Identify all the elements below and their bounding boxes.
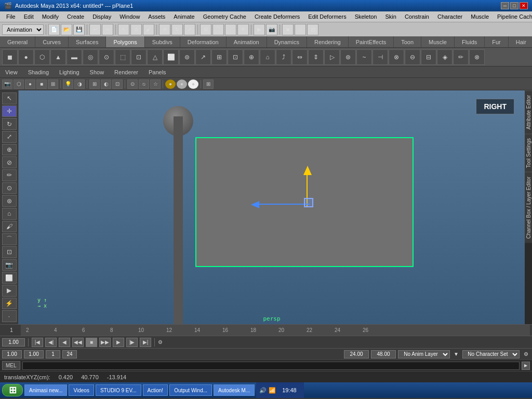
pb-next-key[interactable]: |▶ xyxy=(126,338,138,347)
vtb-lights[interactable]: 💡 xyxy=(63,79,73,89)
tool-region[interactable]: ⬜ xyxy=(2,272,17,284)
tool-sculpt[interactable]: ✏ xyxy=(2,169,17,181)
tool-show-manipulator[interactable]: ⊙ xyxy=(2,182,17,194)
menu-item-geometry-cache[interactable]: Geometry Cache xyxy=(199,12,250,21)
pb-prev-key[interactable]: ◀| xyxy=(45,338,57,347)
tab-muscle[interactable]: Muscle xyxy=(421,36,455,47)
view-menu-show[interactable]: Show xyxy=(88,68,107,76)
menu-item-animate[interactable]: Animate xyxy=(169,12,198,21)
tab-general[interactable]: General xyxy=(0,36,35,47)
anim-layer-options[interactable]: ▼ xyxy=(452,351,460,357)
shelf-icon-smooth[interactable]: ~ xyxy=(356,49,372,65)
shelf-icon-sphere[interactable]: ● xyxy=(18,49,34,65)
menu-item-muscle[interactable]: Muscle xyxy=(467,12,493,21)
timeline-tick-24[interactable]: 24 xyxy=(335,327,340,333)
timeline-tick-26[interactable]: 26 xyxy=(363,327,368,333)
maximize-button[interactable]: □ xyxy=(510,2,518,9)
vtb-smooth[interactable]: ● xyxy=(25,79,35,89)
mode-dropdown[interactable]: Animation xyxy=(2,24,44,35)
tool-soft-mod[interactable]: ⊘ xyxy=(2,156,17,168)
vtb-flat[interactable]: ■ xyxy=(36,79,47,89)
shelf-icon-cube[interactable]: ◼ xyxy=(2,49,18,65)
viewport[interactable]: RIGHT y ↑ → x persp xyxy=(19,90,525,324)
shelf-icon-wedge[interactable]: ▷ xyxy=(324,49,340,65)
tool-xform[interactable]: ⌂ xyxy=(2,208,17,220)
shelf-icon-boolean[interactable]: ⊗ xyxy=(389,49,404,65)
fps-field[interactable] xyxy=(344,350,369,358)
shelf-icon-fill-hole[interactable]: ⊟ xyxy=(421,49,436,65)
tb-translate[interactable]: ✛ xyxy=(159,24,170,35)
timeline-tick-18[interactable]: 18 xyxy=(250,327,256,333)
vtb-sphere1[interactable]: ● xyxy=(165,79,176,89)
pb-prev-frame[interactable]: ◀ xyxy=(59,338,70,347)
menu-item-skeleton[interactable]: Skeleton xyxy=(351,12,381,21)
shelf-icon-bevel[interactable]: ⌂ xyxy=(260,49,275,65)
tool-scale[interactable]: ⤢ xyxy=(2,131,17,143)
tb-undo[interactable]: ↩ xyxy=(89,24,101,35)
tb-snap-grid[interactable]: ⊞ xyxy=(200,24,211,35)
shelf-icon-nurbs-cone[interactable]: △ xyxy=(147,49,163,65)
menu-item-character[interactable]: Character xyxy=(433,12,467,21)
menu-item-display[interactable]: Display xyxy=(88,12,115,21)
shelf-icon-merge[interactable]: ⇔ xyxy=(292,49,308,65)
tool-translate[interactable]: ✛ xyxy=(2,105,17,117)
tab-toon[interactable]: Toon xyxy=(394,36,421,47)
shelf-icon-cone[interactable]: ▲ xyxy=(50,49,66,65)
view-menu-view[interactable]: View xyxy=(3,68,20,76)
vtb-grid[interactable]: ⊞ xyxy=(89,79,100,89)
tb-select[interactable]: ↖ xyxy=(118,24,129,35)
tab-rendering[interactable]: Rendering xyxy=(307,36,349,47)
shelf-icon-nurbs-square[interactable]: ⊞ xyxy=(211,49,227,65)
vtb-sphere3[interactable]: ● xyxy=(188,79,198,89)
frame-field2[interactable] xyxy=(46,350,60,358)
tb-display-all[interactable]: ■ xyxy=(282,24,294,35)
shelf-icon-nurbs-cyl[interactable]: ⊡ xyxy=(131,49,147,65)
taskbar-item-autodesk-m[interactable]: Autodesk M... xyxy=(214,384,255,396)
tb-snap-point[interactable]: · xyxy=(225,24,236,35)
timeline-tick-6[interactable]: 6 xyxy=(82,327,85,333)
tb-display-none[interactable]: ▨ xyxy=(307,24,318,35)
tb-render[interactable]: ▶ xyxy=(254,24,265,35)
tb-lasso[interactable]: ⊘ xyxy=(130,24,142,35)
menu-item-window[interactable]: Window xyxy=(115,12,144,21)
vtb-isolate[interactable]: ⊙ xyxy=(127,79,138,89)
shelf-icon-sculpt[interactable]: ⊗ xyxy=(469,49,485,65)
shelf-icon-nurbs-torus[interactable]: ⊚ xyxy=(179,49,195,65)
tb-redo[interactable]: ↪ xyxy=(102,24,113,35)
menu-item-create-deformers[interactable]: Create Deformers xyxy=(250,12,304,21)
vtb-obj[interactable]: ◐ xyxy=(101,79,111,89)
vtb-hud[interactable]: ⊞ xyxy=(203,79,214,89)
script-execute-btn[interactable]: ▶ xyxy=(522,362,530,370)
tool-select-mode[interactable]: ↖ xyxy=(2,92,17,104)
weight-field[interactable] xyxy=(24,350,44,358)
shelf-icon-poly-select[interactable]: ⊡ xyxy=(228,49,243,65)
tool-particle[interactable]: · xyxy=(2,310,17,322)
menu-item-edit-deformers[interactable]: Edit Deformers xyxy=(304,12,350,21)
tb-ipr[interactable]: 📷 xyxy=(266,24,277,35)
menu-item-edit[interactable]: Edit xyxy=(20,12,38,21)
tab-fur[interactable]: Fur xyxy=(485,36,509,47)
char-set-options[interactable]: ⚙ xyxy=(522,351,530,357)
tab-subdivs[interactable]: Subdivs xyxy=(145,36,180,47)
shelf-icon-make-live[interactable]: ◈ xyxy=(437,49,453,65)
script-type-btn[interactable]: MEL xyxy=(2,361,20,370)
tab-animation[interactable]: Animation xyxy=(227,36,267,47)
tab-fluids[interactable]: Fluids xyxy=(455,36,485,47)
vtb-xray-joint[interactable]: ☆ xyxy=(150,79,161,89)
vtb-xray[interactable]: ⍉ xyxy=(139,79,149,89)
timeline-tick-10[interactable]: 10 xyxy=(138,327,144,333)
tool-dynamo[interactable]: ⚡ xyxy=(2,298,17,310)
tb-rotate[interactable]: ↻ xyxy=(171,24,183,35)
shelf-icon-extrude[interactable]: ⤴ xyxy=(276,49,291,65)
shelf-icon-reduce[interactable]: ⊖ xyxy=(405,49,420,65)
tool-snap[interactable]: ⊡ xyxy=(2,246,17,258)
view-menu-renderer[interactable]: Renderer xyxy=(112,68,140,76)
tab-curves[interactable]: Curves xyxy=(35,36,69,47)
tool-universal[interactable]: ⊕ xyxy=(2,144,17,156)
shelf-icon-arrow[interactable]: ↗ xyxy=(195,49,211,65)
vtb-camera[interactable]: 📷 xyxy=(2,79,12,89)
end-field[interactable] xyxy=(62,350,77,358)
timeline-tick-8[interactable]: 8 xyxy=(110,327,113,333)
timeline-ruler[interactable]: 2468101214161820222426 xyxy=(21,325,530,336)
shelf-icon-paint-sel[interactable]: ✏ xyxy=(453,49,469,65)
